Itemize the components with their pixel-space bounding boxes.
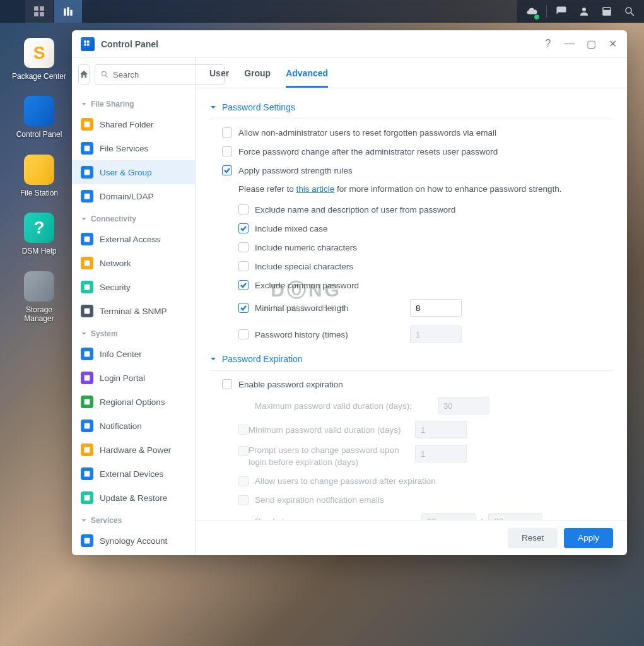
taskbar-control-panel-button[interactable] bbox=[54, 0, 82, 23]
sidebar-item-icon bbox=[81, 142, 93, 155]
svg-rect-23 bbox=[85, 375, 90, 381]
svg-rect-18 bbox=[85, 237, 90, 242]
sidebar-item-label: External Access bbox=[100, 235, 160, 244]
svg-rect-15 bbox=[85, 146, 90, 151]
sidebar-item[interactable]: External Access bbox=[72, 227, 195, 251]
svg-rect-25 bbox=[85, 423, 90, 429]
search-icon[interactable] bbox=[619, 0, 640, 23]
cloud-status-icon[interactable] bbox=[521, 0, 542, 23]
sidebar-item[interactable]: Security bbox=[72, 275, 195, 299]
chk-exclude-common[interactable] bbox=[238, 280, 249, 290]
chk-min-length[interactable] bbox=[238, 303, 249, 313]
chk-mixed-case[interactable] bbox=[238, 223, 249, 233]
svg-rect-5 bbox=[67, 7, 69, 16]
sidebar-item[interactable]: Login Portal bbox=[72, 366, 195, 390]
lbl-numeric: Include numeric characters bbox=[255, 243, 357, 252]
sidebar-item-label: Terminal & SNMP bbox=[100, 307, 167, 316]
chk-special[interactable] bbox=[238, 261, 249, 271]
sidebar-item-icon bbox=[81, 372, 93, 384]
minimize-button[interactable]: — bbox=[564, 38, 575, 50]
svg-rect-6 bbox=[70, 10, 72, 16]
svg-rect-16 bbox=[85, 170, 90, 175]
sidebar-item[interactable]: Network bbox=[72, 251, 195, 275]
chk-apply-rules[interactable] bbox=[222, 165, 232, 175]
lbl-min-length: Minimal password length bbox=[255, 303, 349, 313]
desktop-item[interactable]: Storage Manager bbox=[11, 271, 67, 324]
tab-group[interactable]: Group bbox=[244, 68, 271, 88]
sidebar-item[interactable]: Terminal & SNMP bbox=[72, 299, 195, 323]
window-title: Control Panel bbox=[101, 39, 158, 49]
sidebar-item[interactable]: Domain/LDAP bbox=[72, 184, 195, 208]
desktop-item[interactable]: ?DSM Help bbox=[11, 213, 67, 255]
sidebar-item-label: External Devices bbox=[100, 469, 163, 479]
tabs: UserGroupAdvanced bbox=[196, 58, 627, 88]
svg-rect-4 bbox=[64, 9, 66, 16]
sidebar-item[interactable]: External Devices bbox=[72, 462, 195, 486]
svg-line-13 bbox=[106, 76, 108, 78]
sidebar-item[interactable]: Notification bbox=[72, 414, 195, 438]
sidebar-item-label: Shared Folder bbox=[100, 120, 154, 129]
sidebar-item[interactable]: Regional Options bbox=[72, 390, 195, 414]
help-text: Please refer to this article for more in… bbox=[209, 180, 613, 200]
sidebar-item[interactable]: Info Center bbox=[72, 342, 195, 366]
svg-rect-3 bbox=[40, 12, 44, 16]
sidebar-item-icon bbox=[81, 233, 93, 245]
tab-advanced[interactable]: Advanced bbox=[286, 68, 328, 88]
close-button[interactable]: ✕ bbox=[607, 38, 618, 50]
input-max-duration bbox=[438, 397, 489, 414]
sidebar-item-icon bbox=[81, 190, 93, 203]
tab-user[interactable]: User bbox=[209, 68, 229, 88]
svg-rect-2 bbox=[34, 12, 38, 16]
chk-exclude-name[interactable] bbox=[238, 204, 249, 214]
user-icon[interactable] bbox=[573, 0, 595, 23]
svg-point-7 bbox=[582, 8, 586, 11]
chk-history[interactable] bbox=[238, 329, 249, 339]
chk-min-duration bbox=[238, 425, 249, 435]
svg-rect-28 bbox=[85, 495, 90, 501]
help-link[interactable]: this article bbox=[296, 184, 335, 194]
messages-icon[interactable] bbox=[551, 0, 572, 23]
sidebar-section-header[interactable]: System bbox=[72, 323, 195, 342]
chk-force-change[interactable] bbox=[222, 146, 232, 156]
sidebar-item[interactable]: Shared Folder bbox=[72, 112, 195, 136]
home-button[interactable] bbox=[78, 64, 90, 85]
sidebar-item[interactable]: User & Group bbox=[72, 160, 195, 184]
apply-button[interactable]: Apply bbox=[564, 528, 613, 548]
app-icon bbox=[81, 37, 95, 51]
sidebar-item[interactable]: Hardware & Power bbox=[72, 438, 195, 462]
sidebar-section-header[interactable]: Services bbox=[72, 510, 195, 529]
sidebar-item-icon bbox=[81, 118, 93, 131]
taskbar-apps-button[interactable] bbox=[25, 0, 53, 23]
desktop-item-label: DSM Help bbox=[22, 247, 57, 255]
sidebar-item[interactable]: Synology Account bbox=[72, 529, 195, 553]
sidebar-item[interactable]: Application Privileges bbox=[72, 553, 195, 555]
desktop-item[interactable]: File Station bbox=[11, 155, 67, 197]
sidebar-section-header[interactable]: File Sharing bbox=[72, 93, 195, 112]
input-min-length[interactable] bbox=[410, 299, 462, 317]
sidebar-item[interactable]: Update & Restore bbox=[72, 486, 195, 510]
chk-enable-expiration[interactable] bbox=[222, 379, 232, 389]
sidebar-item[interactable]: File Services bbox=[72, 136, 195, 160]
svg-rect-26 bbox=[85, 447, 90, 453]
lbl-max-duration: Maximum password valid duration (days): bbox=[255, 401, 438, 411]
help-button[interactable]: ? bbox=[542, 38, 554, 50]
chk-numeric[interactable] bbox=[238, 242, 249, 252]
sidebar-item-icon bbox=[81, 467, 93, 480]
section-password-settings[interactable]: Password Settings bbox=[209, 96, 613, 119]
widgets-icon[interactable] bbox=[596, 0, 618, 23]
reset-button[interactable]: Reset bbox=[508, 528, 558, 548]
desktop-item[interactable]: SPackage Center bbox=[11, 38, 67, 81]
desktop-item-icon bbox=[24, 155, 54, 185]
desktop-icons: SPackage CenterControl PanelFile Station… bbox=[11, 38, 67, 323]
section-password-expiration[interactable]: Password Expiration bbox=[209, 348, 613, 370]
lbl-min-duration: Minimum password valid duration (days) bbox=[249, 425, 415, 435]
chk-allow-reset[interactable] bbox=[222, 127, 232, 138]
sidebar-item-icon bbox=[81, 257, 93, 269]
maximize-button[interactable]: ▢ bbox=[585, 38, 597, 50]
desktop-item[interactable]: Control Panel bbox=[11, 96, 67, 139]
sidebar-item-label: Login Portal bbox=[100, 373, 145, 383]
titlebar: Control Panel ? — ▢ ✕ bbox=[72, 30, 627, 58]
select-minute: 00▾ bbox=[488, 513, 542, 520]
svg-rect-20 bbox=[85, 285, 90, 290]
sidebar-section-header[interactable]: Connectivity bbox=[72, 208, 195, 227]
